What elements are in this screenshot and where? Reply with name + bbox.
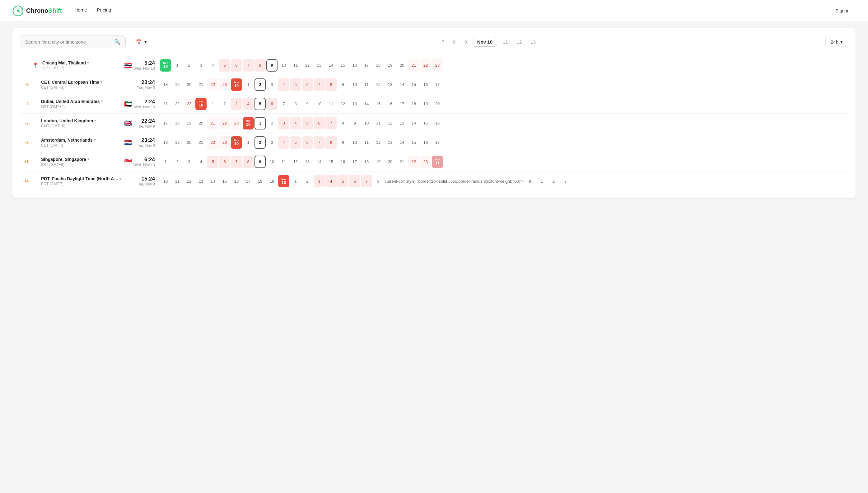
hours-row: 1 2 3 4 5 6 7 8 9 10 11 12 13 14 bbox=[160, 156, 848, 168]
hours-scroll: 21 22 23 Nov 10 1 2 3 4 5 6 7 bbox=[160, 98, 848, 110]
hour-cell: 22 bbox=[207, 79, 218, 91]
hour-cell: 3 bbox=[195, 59, 206, 71]
hour-cell: 23 bbox=[219, 136, 230, 149]
day-9-button[interactable]: 9 bbox=[461, 37, 470, 46]
location-name[interactable]: CET, Central European Time ▾ bbox=[41, 80, 132, 85]
hour-cell: 17 bbox=[349, 156, 360, 168]
hour-cell: 14 bbox=[396, 136, 407, 149]
hour-cell: 9 bbox=[302, 98, 313, 110]
date-badge-cell: Nov 10 bbox=[195, 98, 206, 110]
hour-cell: 16 bbox=[337, 156, 349, 168]
day-12-button[interactable]: 12 bbox=[514, 37, 525, 46]
hour-cell: 19 bbox=[373, 156, 384, 168]
location-name[interactable]: London, United Kingdom ▾ bbox=[41, 118, 120, 123]
format-button[interactable]: 24h ▾ bbox=[825, 36, 848, 48]
hour-cell: 6 bbox=[349, 175, 360, 187]
hour-cell: 18 bbox=[254, 175, 266, 187]
hours-scroll: 18 19 20 21 22 23 Nov 10 1 2 3 4 bbox=[160, 79, 848, 91]
day-8-button[interactable]: 8 bbox=[450, 37, 459, 46]
hour-cell: 13 bbox=[384, 79, 396, 91]
hour-cell: 3 bbox=[266, 136, 277, 149]
hour-cell: 14 bbox=[408, 117, 419, 129]
hour-cell: 10 bbox=[266, 156, 277, 168]
location-info: Chiang Mai, Thailand ▾ ICT (GMT+7) bbox=[42, 60, 120, 70]
hour-cell: 15 bbox=[373, 98, 384, 110]
nav-home[interactable]: Home bbox=[75, 7, 87, 14]
hour-cell: 13 bbox=[349, 98, 360, 110]
logo-text: ChronoShift bbox=[26, 7, 62, 14]
hour-cell: 8 bbox=[337, 117, 349, 129]
day-13-button[interactable]: 13 bbox=[527, 37, 539, 46]
day-7-button[interactable]: 7 bbox=[439, 37, 447, 46]
nav-pricing[interactable]: Pricing bbox=[97, 7, 111, 14]
hour-cell: 3 bbox=[183, 156, 195, 168]
hour-cell: 7 bbox=[243, 59, 254, 71]
hour-cell: 12 bbox=[384, 117, 396, 129]
table-row: +1 · Singapore, Singapore ▾ SST (GMT+8) … bbox=[20, 152, 848, 171]
hour-cell: 8 bbox=[373, 175, 384, 187]
time-display: 6:24 bbox=[132, 156, 155, 163]
hours-scroll: 17 18 19 20 21 22 23 Nov 10 1 2 3 bbox=[160, 117, 848, 129]
hour-cell: 12 bbox=[337, 98, 349, 110]
hour-cell: 8 bbox=[326, 79, 337, 91]
hours-scroll: 18 19 20 21 22 23 Nov 10 1 2 3 4 bbox=[160, 136, 848, 149]
format-label: 24h bbox=[831, 39, 839, 44]
time-column: 6:24 Wed, Nov 10 bbox=[132, 156, 160, 167]
hour-cell: 19 bbox=[172, 79, 183, 91]
time-column: 2:24 Wed, Nov 10 bbox=[132, 99, 160, 109]
sign-in-button[interactable]: Sign in → bbox=[835, 8, 855, 14]
hour-cell: 7 bbox=[314, 79, 325, 91]
hour-cell: 9 bbox=[337, 79, 349, 91]
hour-cell: 18 bbox=[172, 117, 183, 129]
date-picker-button[interactable]: 📅 ▾ bbox=[131, 36, 152, 48]
location-tz: CET (GMT+1) bbox=[41, 143, 120, 148]
hour-cell: 21 bbox=[160, 98, 171, 110]
search-wrapper: 🔍 bbox=[20, 36, 126, 48]
date-badge-cell: Nov 10 bbox=[278, 175, 289, 187]
location-name[interactable]: Dubai, United Arab Emirates ▾ bbox=[41, 99, 120, 104]
day-today-button[interactable]: Nov 10 bbox=[472, 37, 497, 47]
location-info: PDT, Pacific Daylight Time (North A… ▾ P… bbox=[41, 176, 132, 186]
table-row: 📍 Chiang Mai, Thailand ▾ ICT (GMT+7) 🇹🇭 … bbox=[20, 56, 848, 75]
location-name[interactable]: Chiang Mai, Thailand ▾ bbox=[42, 60, 120, 65]
date-display: Tue, Nov 9 bbox=[132, 182, 155, 187]
hour-cell: 6 bbox=[302, 136, 313, 149]
hours-row: 18 19 20 21 22 23 Nov 10 1 2 3 4 bbox=[160, 136, 848, 149]
location-tz: CET (GMT+1) bbox=[41, 85, 132, 90]
hour-cell: 1 bbox=[243, 136, 254, 149]
hour-cell: 22 bbox=[420, 59, 431, 71]
hour-cell: 11 bbox=[290, 59, 301, 71]
hour-cell: 16 bbox=[432, 117, 443, 129]
hours-row: 17 18 19 20 21 22 23 Nov 10 1 2 3 bbox=[160, 117, 848, 129]
hour-cell: 20 bbox=[183, 136, 195, 149]
hour-cell: current-col" style="border:2px solid #55… bbox=[384, 175, 524, 187]
hour-cell: 19 now bbox=[266, 175, 277, 187]
hours-row: Nov 10 1 2 3 4 5 6 7 8 9 10 11 bbox=[160, 59, 848, 71]
hour-cell: 6 bbox=[302, 79, 313, 91]
location-info: Singapore, Singapore ▾ SST (GMT+8) bbox=[41, 157, 120, 167]
location-name[interactable]: Amsterdam, Netherlands ▾ bbox=[41, 137, 120, 143]
day-11-button[interactable]: 11 bbox=[499, 37, 511, 46]
hour-cell: 4 bbox=[278, 79, 289, 91]
hour-cell: 3 bbox=[314, 175, 325, 187]
flag-icon: 🇦🇪 bbox=[124, 100, 132, 108]
location-name[interactable]: PDT, Pacific Daylight Time (North A… ▾ bbox=[41, 176, 132, 181]
hour-cell: 8 bbox=[290, 98, 301, 110]
hour-cell: 9 bbox=[337, 136, 349, 149]
date-display: Tue, Nov 9 bbox=[132, 144, 155, 148]
hour-cell: 15 bbox=[420, 117, 431, 129]
hour-cell: 11 bbox=[278, 156, 289, 168]
location-name[interactable]: Singapore, Singapore ▾ bbox=[41, 157, 120, 162]
hour-cell: 10 bbox=[314, 98, 325, 110]
offset-badge: -6 bbox=[20, 83, 29, 87]
timeline: 📍 Chiang Mai, Thailand ▾ ICT (GMT+7) 🇹🇭 … bbox=[20, 56, 848, 191]
chevron-icon: ▾ bbox=[101, 80, 102, 84]
hour-cell: 4 bbox=[195, 156, 206, 168]
hour-cell: 21 bbox=[195, 136, 206, 149]
search-input[interactable] bbox=[25, 39, 111, 44]
chevron-icon: ▾ bbox=[87, 157, 89, 161]
hour-cell: 21 bbox=[408, 59, 419, 71]
hour-cell: 16 bbox=[420, 136, 431, 149]
hour-cell: 20 bbox=[195, 117, 206, 129]
logo-link[interactable]: ChronoShift bbox=[13, 5, 62, 17]
